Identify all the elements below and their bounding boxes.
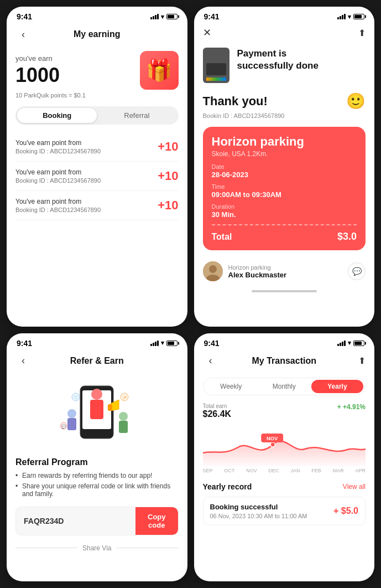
status-time-2: 9:41 <box>204 12 220 21</box>
share-line-left <box>15 548 78 548</box>
status-icons-4: ▾ <box>337 339 364 347</box>
yearly-record-header: Yearly record View all <box>203 482 366 491</box>
referral-code-input[interactable] <box>16 507 135 535</box>
copy-code-button[interactable]: Copy code <box>135 507 178 535</box>
wifi-icon-2: ▾ <box>348 13 351 20</box>
signal-icon-3 <box>150 341 159 346</box>
tab-booking[interactable]: Booking <box>17 108 97 123</box>
earn-item-text-1: You've earn point from Booking ID : ABCD… <box>15 139 101 154</box>
earn-info: you've earn 1000 <box>15 54 60 87</box>
share-button-4[interactable]: ⬆ <box>358 355 366 366</box>
date-label: Date <box>212 163 357 170</box>
card-machine-icon <box>203 48 229 83</box>
svg-point-1 <box>209 265 217 273</box>
referral-title: Referral Program <box>15 457 179 467</box>
earn-label: you've earn <box>15 54 60 63</box>
page-title-3: Refer & Earn <box>70 356 124 366</box>
earn-item-2: You've earn point from Booking ID : ABCD… <box>15 162 179 191</box>
svg-text:↗: ↗ <box>123 395 127 400</box>
tab-referral[interactable]: Referral <box>97 108 176 123</box>
earn-item-text-2: You've earn point from Booking ID : ABCD… <box>15 168 101 184</box>
wifi-icon-4: ▾ <box>348 339 351 347</box>
battery-icon-2 <box>353 14 364 19</box>
status-bar-4: 9:41 ▾ <box>194 333 375 351</box>
wifi-icon-1: ▾ <box>161 13 164 20</box>
host-info: Horizon parking Alex Buckmaster <box>203 261 287 281</box>
svg-point-5 <box>91 389 102 400</box>
refer-content: ♡ ↗ 💬 Referral Program Earn rewards by r… <box>7 373 187 561</box>
close-button[interactable]: ✕ <box>203 27 211 39</box>
host-name-group: Horizon parking Alex Buckmaster <box>228 264 287 279</box>
refer-illustration: ♡ ↗ 💬 <box>15 378 179 450</box>
time-label: Time <box>212 183 357 190</box>
tab-yearly[interactable]: Yearly <box>311 380 363 393</box>
chart-change: + +4.91% <box>337 403 366 411</box>
status-icons-1: ▾ <box>150 13 178 20</box>
status-time-4: 9:41 <box>204 339 220 348</box>
svg-rect-12 <box>119 421 128 433</box>
earn-points-3: +10 <box>158 198 178 213</box>
status-time-3: 9:41 <box>17 339 32 348</box>
earn-points-2: +10 <box>158 169 178 183</box>
txn-title-1: Booking successful <box>210 503 307 511</box>
tab-weekly[interactable]: Weekly <box>205 380 257 393</box>
share-button[interactable]: ⬆ <box>358 28 366 38</box>
svg-text:♡: ♡ <box>74 395 78 400</box>
signal-icon-2 <box>337 14 346 19</box>
smiley-icon: 🙂 <box>346 92 366 110</box>
duration-label: Duration <box>212 203 357 210</box>
screen-payment: 9:41 ▾ ✕ ⬆ Payment is successfully do <box>194 7 375 327</box>
chart-svg: NOV <box>203 422 366 467</box>
chart-months: SEP OCT NOV DEC JAN FEB MAR APR <box>203 467 366 474</box>
screen-earning: 9:41 ▾ ‹ My earning you've earn 1000 🎁 <box>7 7 187 327</box>
svg-text:💬: 💬 <box>61 424 66 429</box>
earning-content: you've earn 1000 🎁 10 ParkQuik points = … <box>7 47 187 229</box>
chart-container: NOV <box>203 422 366 467</box>
chart-section: Total earn $26.4K + +4.91% <box>203 403 366 474</box>
yearly-record-title: Yearly record <box>203 482 252 491</box>
nav-header-1: ‹ My earning <box>7 24 187 47</box>
parking-name: Horizon parking <box>212 135 357 149</box>
date-value: 28-06-2023 <box>212 171 357 179</box>
total-label: Total <box>212 232 232 242</box>
total-amount: $3.0 <box>337 231 357 243</box>
referral-bullets: Earn rewards by referring friends to our… <box>15 472 179 498</box>
svg-rect-8 <box>108 404 112 411</box>
battery-icon-3 <box>166 341 178 346</box>
thank-you-text: Thank you! <box>203 94 268 109</box>
earning-hero: you've earn 1000 🎁 <box>15 51 179 90</box>
svg-point-19 <box>270 442 275 447</box>
thank-you-row: Thank you! 🙂 <box>203 92 366 110</box>
status-icons-2: ▾ <box>337 13 364 20</box>
svg-point-11 <box>119 412 128 421</box>
booking-id: Bookin ID : ABCD1234567890 <box>203 112 366 119</box>
tabs-container: Booking Referral <box>15 106 179 125</box>
message-button[interactable]: 💬 <box>348 262 366 280</box>
earn-rate: 10 ParkQuik points = $0.1 <box>15 92 179 99</box>
back-button-1[interactable]: ‹ <box>15 27 31 42</box>
earn-item-text-3: You've earn point from Booking ID : ABCD… <box>15 198 101 213</box>
back-button-4[interactable]: ‹ <box>203 353 218 369</box>
status-time-1: 9:41 <box>17 12 32 21</box>
bullet-1: Earn rewards by referring friends to our… <box>15 472 179 479</box>
parking-card: Horizon parking Skoie, USA 1.2Km. Date 2… <box>203 127 366 250</box>
view-all-link[interactable]: View all <box>343 483 366 491</box>
chart-total-label: Total earn <box>203 403 232 409</box>
back-button-3[interactable]: ‹ <box>15 353 31 369</box>
payment-title-text: Payment is successfully done <box>237 48 319 72</box>
chart-total-row: Total earn $26.4K + +4.91% <box>203 403 366 419</box>
home-indicator <box>252 290 317 292</box>
host-avatar <box>203 261 223 281</box>
screen-transaction: 9:41 ▾ ‹ My Transaction ⬆ Weekly Monthly… <box>194 333 375 582</box>
gift-icon: 🎁 <box>140 51 179 90</box>
payment-success-header: Payment is successfully done <box>203 48 366 83</box>
chart-total-amount: $26.4K <box>203 409 232 419</box>
parking-location: Skoie, USA 1.2Km. <box>212 150 357 158</box>
earn-item-3: You've earn point from Booking ID : ABCD… <box>15 191 179 220</box>
wifi-icon-3: ▾ <box>161 339 164 347</box>
battery-icon-1 <box>166 14 178 19</box>
txn-date-1: 06 Nov, 2023 10:30 AM to 11:00 AM <box>210 513 307 519</box>
svg-text:NOV: NOV <box>266 436 278 441</box>
time-value: 09:00AM to 09:30AM <box>212 190 357 199</box>
tab-monthly[interactable]: Monthly <box>258 380 310 393</box>
